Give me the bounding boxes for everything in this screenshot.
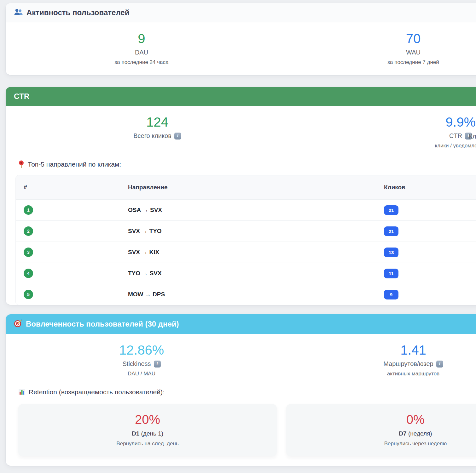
activity-metrics: 9 DAU за последние 24 часа 70 WAU за пос… <box>6 22 476 75</box>
top5-heading-text: Топ-5 направлений по кликам: <box>28 161 121 168</box>
stickiness-sublabel: DAU / MAU <box>6 371 277 377</box>
ctr-sublabel: клики / уведомления <box>309 143 476 149</box>
info-icon[interactable]: i <box>154 361 161 368</box>
retention-d7-label: D7 (неделя) <box>286 430 476 437</box>
route-label: MOW → DPS <box>128 291 165 298</box>
top5-table: # Направление Кликов 1 OSA → SVX 21 2 SV… <box>16 175 476 305</box>
ctr-card-title: CTR <box>14 92 29 101</box>
ctr-label-text: CTR <box>449 132 462 140</box>
table-row: 1 OSA → SVX 21 <box>16 199 476 220</box>
metric-ctr: 9.9% CTR i клики / уведомления <box>309 115 476 149</box>
metric-stickiness: 12.86% Stickiness i DAU / MAU <box>6 343 277 377</box>
total-clicks-value: 124 <box>6 115 309 130</box>
routes-per-user-label-text: Маршрутов/юзер <box>383 360 433 368</box>
retention-d7-sublabel: Вернулись через неделю <box>286 441 476 447</box>
ctr-card: CTR 124 Всего кликов i 9.9% CTR i клики … <box>6 87 476 305</box>
routes-per-user-value: 1.41 <box>277 343 476 358</box>
retention-d7-box: 0% D7 (неделя) Вернулись через неделю <box>286 404 476 456</box>
retention-d1-desc: (день 1) <box>139 430 163 437</box>
retention-d1-sublabel: Вернулись на след. день <box>18 441 277 447</box>
engagement-card-header: Вовлеченность пользователей (30 дней) <box>6 314 476 334</box>
clicks-badge: 21 <box>384 205 398 215</box>
retention-d1-value: 20% <box>18 412 277 427</box>
info-icon[interactable]: i <box>436 361 443 368</box>
engagement-card: Вовлеченность пользователей (30 дней) 12… <box>6 314 476 466</box>
clipped-metric-label: Кл <box>469 133 476 140</box>
table-row: 4 TYO → SVX 11 <box>16 263 476 284</box>
rank-badge: 4 <box>24 269 33 278</box>
retention-d1-box: 20% D1 (день 1) Вернулись на след. день <box>18 404 277 456</box>
wau-label: WAU <box>277 49 476 56</box>
retention-boxes: 20% D1 (день 1) Вернулись на след. день … <box>6 396 476 466</box>
total-clicks-label: Всего кликов i <box>6 132 309 140</box>
target-icon <box>14 319 22 329</box>
metric-wau: 70 WAU за последние 7 дней <box>277 31 476 66</box>
rank-badge: 3 <box>24 248 33 257</box>
dau-sublabel: за последние 24 часа <box>6 59 277 66</box>
users-icon <box>14 9 23 17</box>
col-header-clicks: Кликов <box>384 184 476 191</box>
routes-per-user-label: Маршрутов/юзер i <box>277 360 476 368</box>
metric-dau: 9 DAU за последние 24 часа <box>6 31 277 66</box>
ctr-card-header: CTR <box>6 87 476 106</box>
clicks-badge: 11 <box>384 269 398 278</box>
info-icon[interactable]: i <box>174 133 181 140</box>
activity-card-header: Активность пользователей <box>6 3 476 22</box>
retention-d1-code: D1 <box>132 430 139 437</box>
wau-value: 70 <box>277 31 476 46</box>
wau-sublabel: за последние 7 дней <box>277 59 476 66</box>
analytics-dashboard: Активность пользователей 9 DAU за послед… <box>0 0 476 473</box>
activity-card: Активность пользователей 9 DAU за послед… <box>6 3 476 75</box>
route-label: OSA → SVX <box>128 207 162 213</box>
activity-card-title: Активность пользователей <box>26 8 129 17</box>
total-clicks-label-text: Всего кликов <box>133 132 171 140</box>
pin-icon <box>18 160 24 168</box>
clicks-badge: 9 <box>384 290 398 299</box>
retention-heading: Retention (возвращаемость пользователей)… <box>6 388 476 396</box>
stickiness-label-text: Stickiness <box>122 360 151 368</box>
rank-badge: 1 <box>24 205 33 215</box>
top5-heading: Топ-5 направлений по кликам: <box>6 160 476 168</box>
table-row: 5 MOW → DPS 9 <box>16 284 476 305</box>
clicks-badge: 21 <box>384 226 398 236</box>
route-label: SVX → TYO <box>128 228 162 234</box>
route-label: SVX → KIX <box>128 249 159 255</box>
ctr-metrics: 124 Всего кликов i 9.9% CTR i клики / ув… <box>6 106 476 158</box>
table-row: 3 SVX → KIX 13 <box>16 242 476 263</box>
rank-badge: 2 <box>24 226 33 236</box>
table-row: 2 SVX → TYO 21 <box>16 220 476 242</box>
bar-chart-icon <box>18 389 25 396</box>
rank-badge: 5 <box>24 290 33 299</box>
retention-d7-desc: (неделя) <box>407 430 432 437</box>
retention-heading-text: Retention (возвращаемость пользователей)… <box>29 388 165 396</box>
metric-routes-per-user: 1.41 Маршрутов/юзер i активных маршрутов <box>277 343 476 377</box>
engagement-metrics: 12.86% Stickiness i DAU / MAU 1.41 Маршр… <box>6 334 476 386</box>
metric-total-clicks: 124 Всего кликов i <box>6 115 309 149</box>
dau-value: 9 <box>6 31 277 46</box>
ctr-value: 9.9% <box>309 115 476 130</box>
retention-d7-value: 0% <box>286 412 476 427</box>
retention-d1-label: D1 (день 1) <box>18 430 277 437</box>
stickiness-label: Stickiness i <box>6 360 277 368</box>
col-header-rank: # <box>16 184 128 191</box>
stickiness-value: 12.86% <box>6 343 277 358</box>
dau-label: DAU <box>6 49 277 56</box>
retention-d7-code: D7 <box>399 430 406 437</box>
col-header-route: Направление <box>128 184 384 191</box>
ctr-label: CTR i <box>309 132 476 140</box>
routes-per-user-sublabel: активных маршрутов <box>277 371 476 377</box>
table-header-row: # Направление Кликов <box>16 175 476 199</box>
clicks-badge: 13 <box>384 248 398 257</box>
route-label: TYO → SVX <box>128 270 162 276</box>
engagement-card-title: Вовлеченность пользователей (30 дней) <box>26 320 179 328</box>
